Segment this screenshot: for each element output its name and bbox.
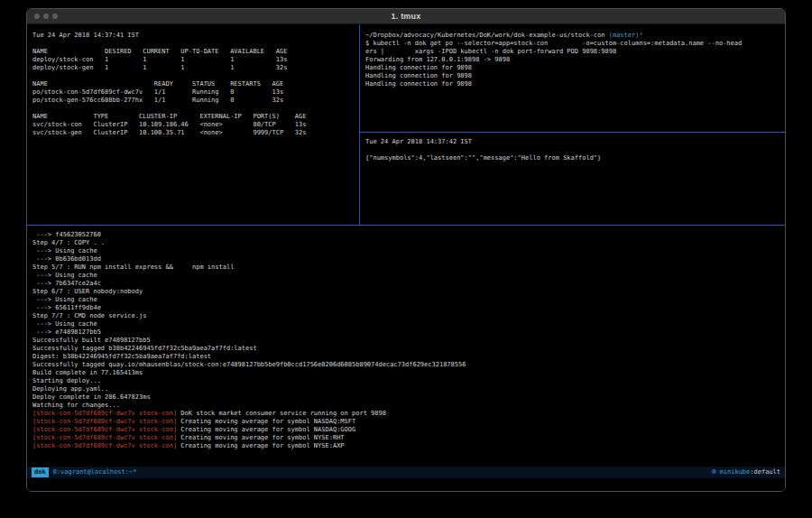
terminal-line: $ kubectl -n dok get po --selector=app=s… (365, 40, 785, 48)
terminal-line: Build complete in 77.165413ms (32, 369, 785, 377)
terminal-line (32, 105, 359, 113)
pane-port-forward[interactable]: ~/Dropbox/advocacy/Kubernetes/DoK/work/d… (360, 24, 785, 132)
terminal-line: Handling connection for 9898 (365, 72, 785, 80)
terminal-line: Handling connection for 9898 (365, 80, 785, 88)
terminal-line: Forwarding from 127.0.0.1:9898 -> 9898 (365, 56, 785, 64)
terminal-line: Deploy complete in 286.647823ms (32, 393, 785, 402)
close-button[interactable] (34, 14, 40, 19)
titlebar[interactable]: 1. tmux (27, 9, 785, 24)
terminal-text: Creating moving average for symbol NYSE:… (177, 442, 344, 449)
terminal-line: [stock-con-5d7df689cf-dwc7v stock-con] C… (32, 442, 785, 450)
window-tab-label[interactable]: 0:vagrant@localhost:~* (53, 467, 137, 478)
terminal-line: Step 6/7 : USER nobody:nobody (32, 288, 785, 296)
kubernetes-icon: ☸ (711, 467, 716, 478)
pod-log-prefix: [stock-con-5d7df689cf-dwc7v stock-con] (32, 410, 177, 417)
terminal-line: [stock-con-5d7df689cf-dwc7v stock-con] C… (32, 426, 785, 434)
terminal-line: ---> e74898127bb5 (32, 328, 785, 337)
terminal-line: {"numsymbols":4,"lastseen":"","message":… (365, 154, 785, 162)
terminal-line: Step 5/7 : RUN npm install express && np… (32, 264, 785, 272)
terminal-line: NAME READY STATUS RESTARTS AGE (32, 80, 359, 88)
terminal-line: Tue 24 Apr 2018 14:37:42 IST (365, 138, 785, 146)
window-controls (34, 9, 58, 23)
terminal-line: ~/Dropbox/advocacy/Kubernetes/DoK/work/d… (365, 32, 785, 40)
git-branch: (master) (609, 32, 640, 39)
kube-context-label: minikube (720, 467, 751, 478)
terminal-line: ---> 7b6347ce2a4c (32, 280, 785, 288)
kube-namespace-label: :default (750, 467, 780, 478)
session-name-badge: dok (32, 467, 49, 477)
terminal-line: NAME DESIRED CURRENT UP-TO-DATE AVAILABL… (32, 48, 359, 56)
terminal-text: Creating moving average for symbol NASDA… (177, 418, 355, 425)
terminal-text: Creating moving average for symbol NYSE:… (177, 434, 344, 441)
terminal-line: ---> Using cache (32, 320, 785, 328)
desktop: 1. tmux Tue 24 Apr 2018 14:37:41 IST NAM… (0, 0, 812, 518)
terminal-line: Step 4/7 : COPY . . (32, 239, 785, 247)
terminal-line: po/stock-gen-576cc688bb-277hx 1/1 Runnin… (32, 97, 359, 105)
terminal-text: DoK stock market consumer service runnin… (177, 410, 386, 417)
terminal-line: Deploying app.yaml.. (32, 385, 785, 393)
zoom-button[interactable] (52, 14, 58, 19)
terminal-line: NAME TYPE CLUSTER-IP EXTERNAL-IP PORT(S)… (32, 113, 359, 121)
terminal-text: Creating moving average for symbol NASDA… (177, 426, 355, 433)
minimize-button[interactable] (43, 14, 49, 19)
pod-log-prefix: [stock-con-5d7df689cf-dwc7v stock-con] (32, 426, 177, 433)
terminal-line: po/stock-con-5d7df689cf-dwc7v 1/1 Runnin… (32, 88, 359, 97)
terminal-line: svc/stock-gen ClusterIP 10.100.35.71 <no… (32, 129, 359, 137)
terminal-line: Successfully tagged b38b42246945fd7f32c5… (32, 345, 785, 353)
terminal-line: ---> Using cache (32, 296, 785, 304)
terminal-line: svc/stock-con ClusterIP 10.109.186.46 <n… (32, 121, 359, 129)
terminal-line: ers | xargs -IPOD kubectl -n dok port-fo… (365, 48, 785, 56)
pod-log-prefix: [stock-con-5d7df689cf-dwc7v stock-con] (32, 418, 177, 425)
pod-log-prefix: [stock-con-5d7df689cf-dwc7v stock-con] (32, 442, 177, 449)
terminal-line: [stock-con-5d7df689cf-dwc7v stock-con] C… (32, 434, 785, 442)
terminal-line: ---> Using cache (32, 247, 785, 255)
pod-log-prefix: [stock-con-5d7df689cf-dwc7v stock-con] (32, 434, 177, 441)
window-title: 1. tmux (392, 12, 421, 21)
tmux-status-bar: dok 0:vagrant@localhost:~* ☸ minikube :d… (27, 467, 785, 478)
terminal-line (365, 146, 785, 154)
terminal-line: ---> 0b636bd013dd (32, 255, 785, 264)
terminal-line: Handling connection for 9898 (365, 64, 785, 72)
pane-skaffold-output[interactable]: Tue 24 Apr 2018 14:37:42 IST {"numsymbol… (360, 133, 785, 225)
terminal-text: ~/Dropbox/advocacy/Kubernetes/DoK/work/d… (365, 32, 609, 39)
pane-kubectl-status[interactable]: Tue 24 Apr 2018 14:37:41 IST NAME DESIRE… (27, 24, 359, 225)
terminal-line: deploy/stock-gen 1 1 1 1 32s (32, 64, 359, 72)
terminal-line: [stock-con-5d7df689cf-dwc7v stock-con] C… (32, 418, 785, 426)
terminal-line: Successfully tagged quay.io/mhausenblas/… (32, 361, 785, 369)
terminal-line: Successfully built e74898127bb5 (32, 337, 785, 345)
terminal-line: Watching for changes... (32, 402, 785, 410)
status-bar-gap (27, 478, 785, 491)
terminal-line: ---> 65611ff9db4e (32, 304, 785, 312)
pane-build-log[interactable]: ---> f45623052760Step 4/7 : COPY . . ---… (27, 226, 785, 467)
terminal-line: ---> f45623052760 (32, 231, 785, 239)
right-pane-column: ~/Dropbox/advocacy/Kubernetes/DoK/work/d… (360, 24, 785, 225)
terminal-line: deploy/stock-con 1 1 1 1 13s (32, 56, 359, 64)
terminal-line (32, 72, 359, 80)
tmux-terminal: Tue 24 Apr 2018 14:37:41 IST NAME DESIRE… (27, 24, 785, 491)
terminal-window: 1. tmux Tue 24 Apr 2018 14:37:41 IST NAM… (26, 8, 786, 492)
terminal-line: Step 7/7 : CMD node service.js (32, 312, 785, 320)
terminal-line: Starting deploy... (32, 377, 785, 385)
terminal-line: Tue 24 Apr 2018 14:37:41 IST (32, 32, 359, 40)
terminal-line: ---> Using cache (32, 272, 785, 280)
top-pane-row: Tue 24 Apr 2018 14:37:41 IST NAME DESIRE… (27, 24, 785, 225)
terminal-line: Digest: b38b42246945fd7f32c5ba9aea7af7fd… (32, 353, 785, 361)
terminal-line: [stock-con-5d7df689cf-dwc7v stock-con] D… (32, 410, 785, 418)
git-dirty-flag: * (639, 32, 642, 39)
terminal-line (32, 40, 359, 48)
